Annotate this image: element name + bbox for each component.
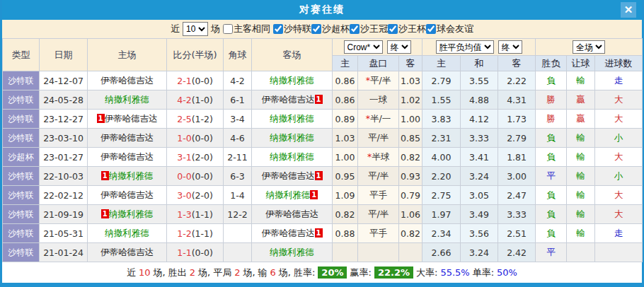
league-checkbox-label-2[interactable]: 沙王冠 [350,23,388,35]
league-checkbox-label-1[interactable]: 沙超杯 [311,23,350,35]
home-odds-cell: 1.03 [333,129,358,148]
avg-draw-cell: 3.56 [461,224,498,243]
corner-cell: 1-4 [224,186,252,205]
summary-over-rate-label: 大率: [416,266,437,279]
home-odds-cell: 0.95 [333,167,358,186]
full-match-header: 全场 [536,39,643,56]
col-header-score: 比分(半场) [167,39,224,71]
match-type-cell: 沙超杯 [3,148,40,167]
handicap-result-cell: 輸 [567,186,595,205]
close-icon[interactable]: ✕ [621,2,636,18]
league-checkbox[interactable] [388,24,398,34]
odds-time-select-2[interactable]: 终 [498,40,522,54]
summary-handicap-rate-label: 赢率: [350,266,371,279]
match-count-select[interactable]: 10 [183,22,208,36]
home-team-cell: 纳撒利雅德 [88,90,167,110]
summary-draw-label: 平局 [213,266,231,279]
avg-away-cell: 2.47 [498,186,536,205]
home-team-cell: 1纳撒利雅德 [88,167,167,186]
summary-lose-label: 输 [258,266,268,279]
goals-result-cell: 走 [595,71,643,90]
same-venue-checkbox-label[interactable]: 主客相同 [223,23,270,35]
avg-draw-cell: 3.49 [461,205,498,224]
away-odds-cell: 0.79 [399,186,422,205]
red-card-badge: 1 [97,114,105,123]
league-checkbox-label-4[interactable]: 球会友谊 [426,23,473,35]
home-odds-cell: 0.86 [333,90,358,110]
summary-draw-value: 2 [234,267,240,278]
home-team-cell: 伊蒂哈德吉达 [88,71,167,90]
corner-cell [224,243,252,262]
full-match-select[interactable]: 全场 [573,40,605,54]
avg-home-cell: 2.75 [422,186,461,205]
match-date-cell: 23-01-27 [40,148,88,167]
odds-source-select[interactable]: Crow* [344,40,383,54]
odds-time-select-1[interactable]: 终 [387,40,411,54]
sub-header-avg-draw: 和 [461,56,498,71]
away-team-cell: 伊蒂哈德吉达1 [252,90,333,110]
score-cell: 1-3(1-1) [167,205,224,224]
match-date-cell: 21-01-24 [40,243,88,262]
match-date-cell: 23-03-10 [40,129,88,148]
score-cell: 3-1(2-0) [167,148,224,167]
avg-home-cell: 1.97 [422,205,461,224]
wdl-result-cell: 負 [536,186,567,205]
avg-draw-cell: 4.12 [461,110,498,129]
away-odds-cell: 0.85 [399,129,422,148]
wdl-result-cell: 負 [536,205,567,224]
summary-win-value: 2 [190,267,195,278]
red-card-badge: 1 [101,171,109,180]
table-row: 沙超杯23-01-27伊蒂哈德吉达3-1(2-0)2-11纳撒利雅德1.00*半… [3,148,643,167]
corner-cell: 6-3 [224,167,252,186]
score-cell: 1-2(1-1) [167,224,224,243]
avg-draw-cell: 3.24 [461,167,498,186]
league-checkbox[interactable] [350,24,360,34]
summary-near-value: 10 [139,267,151,278]
league-checkbox-label-0[interactable]: 沙特联 [273,23,311,35]
corner-cell: 4-6 [224,129,252,148]
table-row: 沙特联24-12-07伊蒂哈德吉达2-1(0-0)4-2纳撒利雅德0.86*平/… [3,71,643,90]
match-date-cell: 24-05-28 [40,90,88,110]
summary-single-rate-label: 单率: [473,266,494,279]
handicap-cell [358,243,399,262]
home-odds-cell: 0.86 [333,71,358,90]
home-team-cell: 1伊蒂哈德吉达 [88,110,167,129]
table-row: 沙特联21-01-24伊蒂哈德吉达1-1(0-0)纳撒利雅德2.663.242.… [3,243,643,262]
score-cell: 1-0(0-0) [167,129,224,148]
col-header-corner: 角球 [224,39,252,71]
league-checkbox[interactable] [426,24,436,34]
handicap-cell: 平/半 [358,205,399,224]
corner-cell: 6-1 [224,90,252,110]
header-dropdown-row: 类型 日期 主场 比分(半场) 角球 客场 Crow*终 胜平负均值终 全场 [3,39,643,56]
goals-result-cell: 大 [595,90,643,110]
match-type-cell: 沙特联 [3,243,40,262]
col-header-away: 客场 [252,39,333,71]
goals-result-cell: 大 [595,148,643,167]
league-checkbox[interactable] [273,24,283,34]
avg-odds-select[interactable]: 胜平负均值 [436,40,494,54]
handicap-cell: *平/半 [358,71,399,90]
avg-home-cell: 2.79 [422,71,461,90]
match-date-cell: 21-05-31 [40,224,88,243]
league-checkbox[interactable] [311,24,321,34]
away-odds-cell: 1.02 [399,90,422,110]
score-cell: 2-1(0-0) [167,71,224,90]
col-header-date: 日期 [40,39,88,71]
avg-draw-cell: 3.33 [461,129,498,148]
corner-cell: 3-4 [224,110,252,129]
table-row: 沙特联24-05-28纳撒利雅德4-2(1-0)6-1伊蒂哈德吉达10.86一球… [3,90,643,110]
league-checkbox-label-3[interactable]: 沙王杯 [388,23,426,35]
home-odds-cell: 0.89 [333,110,358,129]
away-team-cell: 纳撒利雅德 [252,148,333,167]
red-card-badge: 1 [315,171,323,180]
home-odds-cell: 0.82 [333,205,358,224]
away-team-cell: 纳撒利雅德1 [252,186,333,205]
same-venue-checkbox[interactable] [223,24,233,34]
goals-result-cell: 小 [595,129,643,148]
away-odds-cell [399,243,422,262]
away-team-cell: 纳撒利雅德 [252,243,333,262]
avg-away-cell: 3.00 [498,167,536,186]
away-odds-cell: 0.82 [399,148,422,167]
home-odds-cell: 1.09 [333,186,358,205]
window-title: 对赛往绩 [299,4,345,16]
